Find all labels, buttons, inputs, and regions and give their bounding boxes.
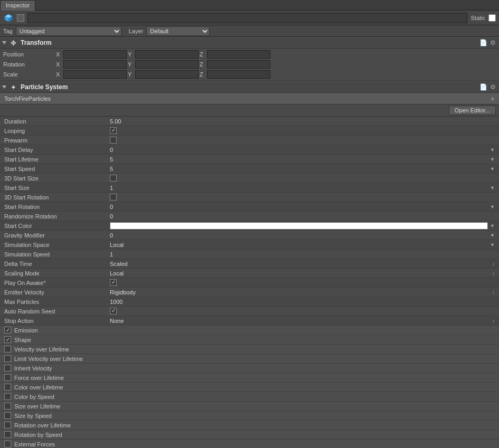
static-checkbox[interactable] (488, 14, 496, 22)
open-editor-row: Open Editor... (0, 104, 499, 117)
position-y-input[interactable]: 1.0167 (135, 50, 199, 59)
rotation-x-input[interactable]: -90.00001 (63, 60, 127, 69)
module-row-rotation-by-speed: Rotation by Speed (0, 430, 499, 440)
dropdown-arrow-icon: ▼ (490, 204, 495, 209)
scale-z-input[interactable]: 0.108643 (207, 70, 270, 79)
module-checkbox[interactable] (4, 327, 11, 333)
module-label: Color by Speed (14, 394, 54, 400)
prop-row-delta-time: Delta TimeScaled↕ (0, 259, 499, 269)
scale-y-input[interactable]: 0.108643 (135, 70, 199, 79)
module-label: Rotation over Lifetime (14, 422, 71, 428)
rotation-z-input[interactable]: 0 (207, 60, 270, 69)
prop-value: Scaled↕ (110, 261, 495, 267)
arrows-icon: ↕ (493, 261, 495, 266)
tag-select[interactable]: Untagged (16, 26, 121, 36)
inspector-tab[interactable]: Inspector (0, 0, 35, 11)
prop-label: Prewarm (4, 137, 110, 144)
color-swatch[interactable] (110, 222, 488, 230)
module-label: Velocity over Lifetime (14, 346, 69, 352)
object-name-input[interactable]: TorchFireParticles (27, 13, 467, 23)
module-checkbox[interactable] (4, 431, 11, 438)
module-row-limit-velocity-over-lifetime: Limit Velocity over Lifetime (0, 354, 499, 364)
prop-row-start-color: Start Color▼ (0, 221, 499, 231)
module-label: Inherit Velocity (14, 365, 52, 371)
rotation-y-input[interactable]: 0 (135, 60, 199, 69)
module-checkbox[interactable] (4, 393, 11, 400)
prop-label: Gravity Modifier (4, 232, 110, 239)
prop-row-duration: Duration5.00 (0, 117, 499, 126)
rotation-y-label: Y (128, 61, 134, 68)
module-checkbox[interactable] (4, 355, 11, 362)
prop-value (110, 137, 495, 144)
transform-section-header: ✥ Transform 📄 ⚙ (0, 37, 499, 49)
module-checkbox[interactable] (4, 422, 11, 428)
tag-layer-row: Tag Untagged Layer Default (0, 25, 499, 37)
prop-row-randomize-rotation: Randomize Rotation0 (0, 212, 499, 221)
object-enabled-checkbox[interactable] (17, 14, 24, 22)
prop-label: Start Color (4, 223, 110, 229)
prop-row-simulation-speed: Simulation Speed1 (0, 250, 499, 259)
position-x-input[interactable]: 0.002 (63, 50, 127, 59)
module-checkbox[interactable] (4, 384, 11, 390)
prop-checkbox[interactable] (110, 194, 117, 201)
prop-label: Simulation Space (4, 242, 110, 248)
module-row-emission: Emission (0, 326, 499, 335)
prop-value (110, 308, 495, 314)
ps-title: Particle System (21, 83, 477, 91)
module-label: Limit Velocity over Lifetime (14, 356, 83, 362)
prop-label: Delta Time (4, 261, 110, 267)
prop-checkbox[interactable] (110, 127, 117, 134)
dropdown-arrow-icon: ▼ (490, 223, 495, 228)
prop-checkbox[interactable] (110, 137, 117, 144)
transform-doc-icon[interactable]: 📄 (479, 39, 487, 47)
module-checkbox[interactable] (4, 365, 11, 371)
ps-collapse-icon[interactable] (2, 85, 6, 89)
dropdown-arrow-icon: ▼ (490, 147, 495, 152)
prop-row-3d-start-size: 3D Start Size (0, 174, 499, 183)
transform-gear-icon[interactable]: ⚙ (488, 39, 497, 47)
prop-label: Emitter Velocity (4, 289, 110, 296)
module-row-inherit-velocity: Inherit Velocity (0, 364, 499, 373)
prop-label: Duration (4, 118, 110, 125)
module-checkbox[interactable] (4, 374, 11, 381)
module-checkbox[interactable] (4, 441, 11, 447)
open-editor-button[interactable]: Open Editor... (449, 106, 496, 115)
prop-checkbox[interactable] (110, 308, 117, 314)
prop-row-looping: Looping (0, 126, 499, 136)
dropdown-arrow-icon: ▼ (490, 242, 495, 247)
ps-gear-icon[interactable]: ⚙ (488, 83, 497, 91)
position-z-input[interactable]: 0.002 (207, 50, 270, 59)
module-row-rotation-over-lifetime: Rotation over Lifetime (0, 421, 499, 430)
ps-doc-icon[interactable]: 📄 (479, 83, 487, 91)
ps-subheader-title: TorchFireParticles (4, 96, 491, 102)
prop-row-emitter-velocity: Emitter VelocityRigidbody↕ (0, 288, 499, 297)
ps-add-icon[interactable]: + (491, 94, 495, 103)
position-y-label: Y (128, 51, 134, 58)
prop-checkbox[interactable] (110, 279, 117, 286)
scale-x-input[interactable]: 0.108643 (63, 70, 127, 79)
prop-row-start-speed: Start Speed5▼ (0, 164, 499, 174)
scale-x-label: X (56, 71, 62, 78)
tab-bar: Inspector (0, 0, 499, 11)
prop-row-start-rotation: Start Rotation0▼ (0, 202, 499, 212)
object-cube-icon (3, 13, 14, 23)
module-label: Rotation by Speed (14, 432, 62, 438)
prop-label: Start Size (4, 185, 110, 191)
static-label: Static (470, 15, 485, 21)
module-checkbox[interactable] (4, 336, 11, 343)
module-label: Shape (14, 337, 31, 343)
layer-select[interactable]: Default (146, 26, 210, 36)
prop-label: Simulation Speed (4, 251, 110, 258)
module-checkbox[interactable] (4, 412, 11, 419)
prop-value: 0 (110, 213, 495, 220)
module-checkbox[interactable] (4, 403, 11, 409)
transform-collapse-icon[interactable] (2, 41, 6, 44)
prop-label: 3D Start Rotation (4, 194, 110, 201)
transform-fields: Position X 0.002 Y 1.0167 Z 0.002 Rotati… (0, 49, 499, 81)
module-checkbox[interactable] (4, 346, 11, 352)
prop-value: 5▼ (110, 156, 495, 163)
prop-value: None↕ (110, 318, 495, 324)
prop-checkbox[interactable] (110, 175, 117, 182)
prop-label: Looping (4, 128, 110, 134)
prop-label: 3D Start Size (4, 175, 110, 182)
